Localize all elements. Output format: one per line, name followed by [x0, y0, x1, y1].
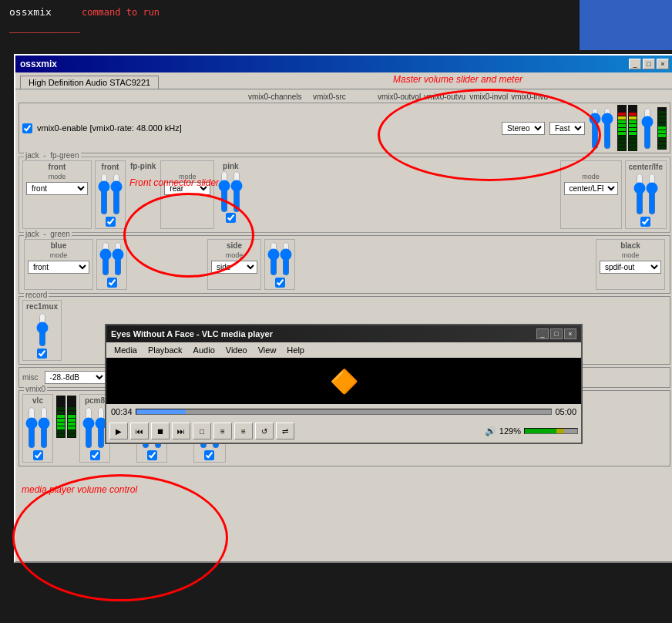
vlc-menu-media[interactable]: Media — [109, 344, 142, 356]
vlc-prev-button[interactable]: ⏮ — [130, 423, 149, 439]
side-slider-r[interactable] — [281, 241, 291, 276]
misc-mode-select[interactable]: side — [211, 261, 257, 274]
vlc-menu-audio[interactable]: Audio — [189, 344, 220, 356]
front-slider-r[interactable] — [111, 173, 122, 215]
src-control: Fast — [549, 122, 585, 135]
vlc-stop-button[interactable]: ⏹ — [151, 423, 170, 439]
invol-control — [642, 107, 653, 150]
vlc-menu-view[interactable]: View — [254, 344, 281, 356]
close-button[interactable]: × — [657, 59, 669, 69]
misc-label: misc — [22, 373, 39, 382]
invu-header: vmix0-invu — [511, 93, 553, 101]
rear-slider-r[interactable] — [231, 170, 242, 213]
vlc-meters — [56, 396, 76, 463]
green-mode-select[interactable]: front — [28, 261, 89, 274]
fp-mode-select[interactable]: front — [26, 182, 88, 195]
misc-mode-label: mode — [226, 251, 244, 259]
channels-header: vmix0-channels — [248, 93, 310, 101]
vlc-volume-bar[interactable] — [524, 428, 578, 434]
jack-fp-label: jack - fp-green — [24, 151, 81, 160]
vlc-menu-playback[interactable]: Playback — [143, 344, 187, 356]
vlc-progress-bar[interactable] — [136, 409, 553, 415]
vlc-meter-l — [56, 396, 66, 438]
fp-col-label: front — [49, 163, 66, 171]
vlc-minimize-button[interactable]: _ — [536, 328, 549, 339]
side-sliders-channel — [264, 239, 295, 290]
rear-mode-select[interactable]: rear — [164, 182, 210, 195]
centerlfe-slider-l[interactable] — [634, 173, 645, 215]
vlc-playlist-button[interactable]: ≡ — [234, 423, 253, 439]
outvol-slider-l[interactable] — [590, 107, 600, 150]
vlc-close-button[interactable]: × — [564, 328, 576, 339]
vlc-menu-help[interactable]: Help — [282, 344, 309, 356]
fp-pink-label: fp-pink — [130, 162, 156, 170]
vlc-time-current: 00:34 — [111, 407, 133, 416]
vlc-extended-button[interactable]: ≡ — [213, 423, 232, 439]
rec1mux-slider[interactable] — [37, 312, 48, 347]
tab-stac9221[interactable]: High Definition Audio STAC9221 — [20, 76, 159, 89]
vlc-checkbox[interactable] — [33, 450, 43, 460]
ossxmix-window: ossxmix _ □ × High Definition Audio STAC… — [14, 54, 672, 563]
vlc-next-button[interactable]: ⏭ — [172, 423, 190, 439]
green-slider-r[interactable] — [113, 241, 123, 276]
misc-select[interactable]: -28.-8dB — [45, 371, 106, 384]
pcm9-checkbox[interactable] — [147, 450, 157, 460]
side-slider-l[interactable] — [268, 241, 279, 276]
center-area: mode center/LFE center/lfe — [560, 160, 667, 229]
outvol-slider-r[interactable] — [602, 107, 613, 150]
vlc-repeat-button[interactable]: ↺ — [255, 423, 274, 439]
green-slider-l[interactable] — [100, 241, 111, 276]
rec1mux-channel: rec1mux — [22, 300, 62, 361]
vlc-play-button[interactable]: ▶ — [109, 423, 128, 439]
centerlfe-label: center/lfe — [629, 163, 663, 171]
side-checkbox[interactable] — [275, 278, 285, 288]
front-checkbox[interactable] — [106, 217, 116, 227]
terminal-underline: _______________ — [9, 24, 80, 33]
vlc-vol-green — [525, 429, 556, 433]
vlc-slider-r[interactable] — [39, 406, 49, 449]
vlc-time-total: 05:00 — [555, 407, 576, 416]
centerlfe-area: center/lfe — [625, 160, 667, 229]
vlc-volume-area: 🔊 129% — [485, 426, 578, 436]
pcm8-sliders — [83, 406, 106, 449]
vlc-menu-video[interactable]: Video — [221, 344, 252, 356]
centerlfe-slider-r[interactable] — [647, 173, 657, 215]
green-checkbox[interactable] — [107, 278, 117, 288]
outvol-control — [590, 107, 613, 150]
vlc-title-buttons: _ □ × — [536, 328, 576, 339]
terminal-text: ossxmix command to run — [0, 0, 672, 24]
front-slider-l[interactable] — [99, 173, 109, 215]
channels-control: Stereo — [502, 122, 545, 135]
pcm8-checkbox[interactable] — [90, 450, 100, 460]
vlc-speaker-icon: 🔊 — [485, 426, 496, 436]
vlc-shuffle-button[interactable]: ⇌ — [276, 423, 294, 439]
center-mode-select[interactable]: center/LFE — [564, 182, 618, 195]
vlc-slider-l[interactable] — [26, 406, 37, 449]
terminal-cmd: command to run — [82, 7, 160, 18]
pcm10-checkbox[interactable] — [204, 450, 214, 460]
rec1mux-label: rec1mux — [26, 302, 58, 311]
rear-slider-l[interactable] — [219, 170, 230, 213]
vmix-enable-checkbox[interactable] — [22, 123, 32, 133]
vlc-snapshot-button[interactable]: □ — [193, 423, 211, 439]
maximize-button[interactable]: □ — [643, 59, 655, 69]
pcm8-slider-l[interactable] — [83, 406, 94, 449]
src-select[interactable]: Fast — [549, 122, 585, 135]
centerlfe-checkbox[interactable] — [640, 217, 650, 227]
vlc-title-bar: Eyes Without A Face - VLC media player _… — [106, 325, 581, 342]
invol-slider[interactable] — [642, 107, 653, 150]
channels-select[interactable]: Stereo — [502, 122, 545, 135]
tab-area: High Definition Audio STAC9221 — [15, 72, 672, 89]
rec1mux-checkbox[interactable] — [37, 349, 47, 359]
front-slider-channel: front — [95, 160, 126, 229]
rear-col-label — [186, 163, 189, 171]
black-mode-select[interactable]: spdif-out — [600, 261, 661, 274]
vlc-channel: vlc — [22, 394, 53, 463]
fp-green-label: fp-green — [50, 151, 79, 160]
minimize-button[interactable]: _ — [629, 59, 641, 69]
vlc-maximize-button[interactable]: □ — [550, 328, 563, 339]
vlc-window: Eyes Without A Face - VLC media player _… — [105, 324, 583, 444]
invol-header: vmix0-invol — [469, 93, 508, 101]
pcm8-label: pcm8 — [85, 396, 105, 405]
rear-checkbox[interactable] — [226, 213, 236, 223]
